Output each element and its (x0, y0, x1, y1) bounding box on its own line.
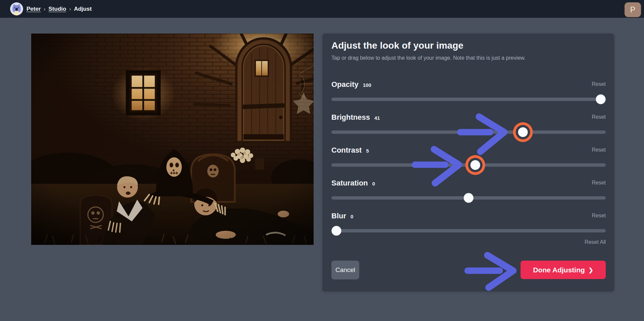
brightness-label-line: Brightness41 (331, 113, 380, 122)
brightness-reset-button[interactable]: Reset (592, 114, 606, 120)
saturation-label-line: Saturation0 (331, 179, 375, 188)
blur-reset-button[interactable]: Reset (592, 213, 606, 219)
brightness-value: 41 (374, 115, 380, 121)
breadcrumb-separator: › (44, 6, 46, 12)
done-adjusting-label: Done Adjusting (533, 266, 585, 274)
saturation-reset-button[interactable]: Reset (592, 180, 606, 186)
saturation-slider-handle[interactable] (464, 193, 474, 203)
saturation-value: 0 (372, 181, 375, 186)
breadcrumb-separator: › (69, 6, 71, 12)
breadcrumb-current-page: Adjust (74, 6, 92, 12)
saturation-label: Saturation (331, 179, 368, 188)
brightness-slider-track[interactable] (331, 130, 606, 134)
contrast-slider-track[interactable] (331, 163, 606, 167)
top-bar: Peter › Studio › Adjust P (0, 0, 644, 18)
blur-slider-handle[interactable] (332, 226, 341, 236)
opacity-reset-button[interactable]: Reset (592, 81, 606, 87)
contrast-label: Contrast (331, 146, 362, 155)
user-avatar[interactable]: P (625, 2, 641, 17)
opacity-slider-track[interactable] (331, 98, 606, 101)
slider-row-brightness: Brightness41Reset (331, 113, 606, 144)
opacity-slider-handle[interactable] (596, 95, 606, 104)
kapwing-cat-logo-icon[interactable] (10, 2, 23, 15)
opacity-label: Opacity (331, 80, 359, 89)
contrast-value: 5 (366, 148, 369, 154)
slider-row-saturation: Saturation0Reset (331, 179, 606, 210)
blur-value: 0 (351, 214, 353, 219)
slider-row-contrast: Contrast5Reset (331, 146, 606, 177)
done-adjusting-button[interactable]: Done Adjusting ❯ (521, 261, 606, 279)
breadcrumb-studio-link[interactable]: Studio (49, 6, 66, 12)
brightness-label: Brightness (331, 113, 370, 122)
reset-all-button[interactable]: Reset All (585, 239, 606, 245)
saturation-slider-track[interactable] (331, 196, 606, 200)
blur-label-line: Blur0 (331, 212, 353, 220)
opacity-label-line: Opacity100 (331, 80, 371, 89)
opacity-value: 100 (363, 82, 371, 88)
contrast-reset-button[interactable]: Reset (592, 147, 606, 153)
contrast-label-line: Contrast5 (331, 146, 369, 155)
cancel-button[interactable]: Cancel (331, 261, 359, 279)
app-root: Peter › Studio › Adjust P (0, 0, 644, 321)
brightness-slider-handle[interactable] (518, 127, 528, 137)
image-preview (31, 34, 314, 245)
slider-row-opacity: Opacity100Reset (331, 80, 606, 111)
slider-row-blur: Blur0Reset (331, 212, 606, 243)
panel-title: Adjust the look of your image (331, 40, 464, 52)
breadcrumb-workspace-link[interactable]: Peter (26, 6, 41, 12)
contrast-slider-handle[interactable] (470, 160, 480, 170)
adjust-panel: Adjust the look of your image Tap or dra… (322, 34, 614, 291)
breadcrumb: Peter › Studio › Adjust (26, 0, 92, 18)
blur-slider-track[interactable] (331, 229, 606, 232)
chevron-right-icon: ❯ (589, 267, 593, 274)
panel-subtitle: Tap or drag below to adjust the look of … (331, 54, 526, 62)
blur-label: Blur (331, 212, 346, 220)
